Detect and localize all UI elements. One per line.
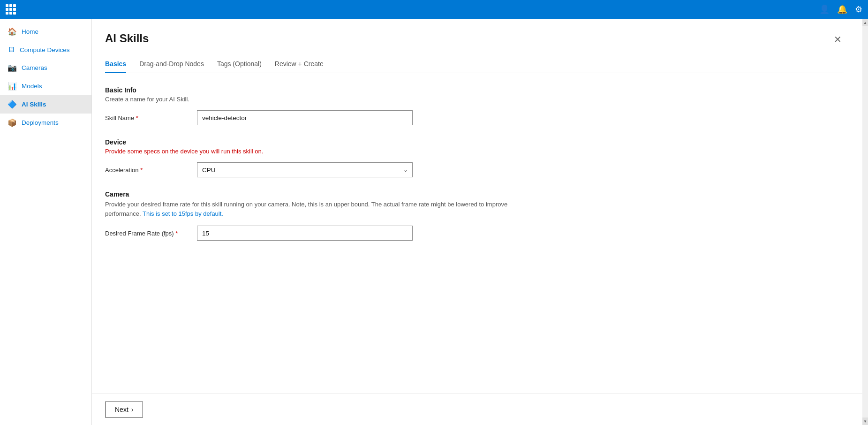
close-button[interactable]: ✕ [832, 32, 844, 47]
compute-devices-icon: 🖥 [8, 46, 15, 54]
next-label: Next [115, 406, 128, 413]
basic-info-section: Basic Info Create a name for your AI Ski… [105, 86, 844, 125]
frame-rate-label: Desired Frame Rate (fps) * [105, 230, 189, 237]
topbar: 👤 🔔 ⚙ [0, 0, 868, 19]
basic-info-title: Basic Info [105, 86, 844, 94]
bell-icon[interactable]: 🔔 [837, 4, 847, 15]
settings-icon[interactable]: ⚙ [855, 4, 862, 15]
acceleration-row: Acceleration * CPU GPU VPU FPGA ⌄ [105, 162, 844, 177]
camera-desc: Provide your desired frame rate for this… [105, 200, 527, 218]
device-section: Device Provide some specs on the device … [105, 138, 844, 177]
sidebar-item-models-label: Models [22, 83, 42, 90]
skill-name-required: * [136, 114, 138, 121]
home-icon: 🏠 [8, 27, 17, 36]
sidebar-item-cameras[interactable]: 📷 Cameras [0, 59, 91, 77]
sidebar-item-deployments[interactable]: 📦 Deployments [0, 114, 91, 132]
sidebar-item-ai-skills-label: AI Skills [22, 101, 46, 108]
right-scrollbar: ▲ ▼ [862, 19, 868, 425]
cameras-icon: 📷 [8, 63, 17, 72]
page-title: AI Skills [105, 32, 149, 45]
skill-name-input[interactable] [197, 110, 413, 125]
sidebar-item-ai-skills[interactable]: 🔷 AI Skills [0, 95, 91, 114]
device-desc: Provide some specs on the device you wil… [105, 148, 844, 155]
sidebar-item-home[interactable]: 🏠 Home [0, 23, 91, 41]
sidebar: 🏠 Home 🖥 Compute Devices 📷 Cameras 📊 Mod… [0, 19, 92, 425]
camera-title: Camera [105, 190, 844, 198]
skill-name-label: Skill Name * [105, 114, 189, 121]
next-button[interactable]: Next › [105, 402, 143, 417]
tab-drag-drop[interactable]: Drag-and-Drop Nodes [139, 56, 204, 73]
tabs: Basics Drag-and-Drop Nodes Tags (Optiona… [105, 56, 844, 73]
device-title: Device [105, 138, 844, 146]
tab-review[interactable]: Review + Create [275, 56, 324, 73]
main-layout: 🏠 Home 🖥 Compute Devices 📷 Cameras 📊 Mod… [0, 19, 868, 425]
page-content: AI Skills ✕ Basics Drag-and-Drop Nodes T… [92, 19, 862, 394]
tab-basics[interactable]: Basics [105, 56, 126, 73]
user-icon[interactable]: 👤 [819, 4, 830, 15]
skill-name-row: Skill Name * [105, 110, 844, 125]
acceleration-select[interactable]: CPU GPU VPU FPGA [197, 162, 413, 177]
scroll-down-button[interactable]: ▼ [862, 417, 868, 425]
page-header: AI Skills ✕ [105, 32, 844, 47]
camera-section: Camera Provide your desired frame rate f… [105, 190, 844, 241]
sidebar-item-home-label: Home [22, 28, 38, 35]
topbar-right: 👤 🔔 ⚙ [819, 4, 862, 15]
sidebar-item-compute-devices[interactable]: 🖥 Compute Devices [0, 41, 91, 59]
scroll-up-button[interactable]: ▲ [862, 19, 868, 26]
camera-desc-highlight: This is set to 15fps by default. [141, 210, 223, 217]
sidebar-item-cameras-label: Cameras [22, 64, 47, 71]
content-area: AI Skills ✕ Basics Drag-and-Drop Nodes T… [92, 19, 862, 425]
grid-icon[interactable] [6, 4, 16, 15]
models-icon: 📊 [8, 82, 17, 91]
frame-rate-required: * [175, 230, 178, 237]
acceleration-required: * [140, 167, 143, 174]
acceleration-select-wrapper: CPU GPU VPU FPGA ⌄ [197, 162, 413, 177]
deployments-icon: 📦 [8, 118, 17, 127]
sidebar-item-deployments-label: Deployments [22, 119, 59, 126]
tab-tags[interactable]: Tags (Optional) [217, 56, 262, 73]
sidebar-item-compute-devices-label: Compute Devices [20, 46, 70, 53]
sidebar-item-models[interactable]: 📊 Models [0, 77, 91, 95]
next-arrow-icon: › [131, 406, 134, 413]
frame-rate-input[interactable] [197, 226, 413, 241]
page-footer: Next › [92, 394, 862, 425]
basic-info-desc: Create a name for your AI Skill. [105, 96, 844, 103]
ai-skills-icon: 🔷 [8, 100, 17, 109]
frame-rate-row: Desired Frame Rate (fps) * [105, 226, 844, 241]
acceleration-label: Acceleration * [105, 167, 189, 174]
topbar-left [6, 4, 16, 15]
